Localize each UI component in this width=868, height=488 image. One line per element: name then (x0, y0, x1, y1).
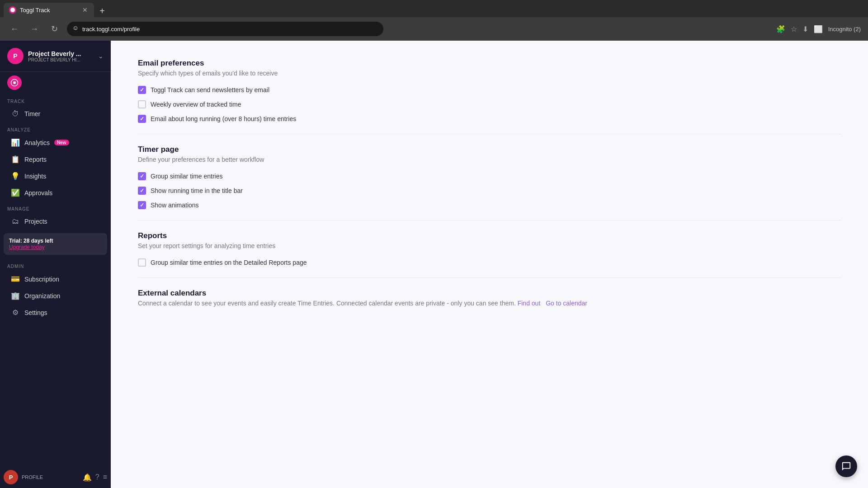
svg-point-0 (10, 8, 15, 12)
project-sub: PROJECT BEVERLY HI... (28, 57, 94, 62)
browser-toolbar-right: 🧩 ☆ ⬇ ⬜ Incognito (2) (776, 25, 861, 33)
extension-icon[interactable]: 🧩 (776, 25, 785, 33)
main-content: Email preferences Specify which types of… (111, 41, 868, 488)
app: P Project Beverly ... PROJECT BEVERLY HI… (0, 41, 868, 488)
reports-opt1-checkbox[interactable] (138, 258, 146, 267)
browser-tabs: Toggl Track ✕ + (0, 0, 868, 17)
subscription-icon: 💳 (11, 275, 20, 283)
help-icon[interactable]: ? (95, 473, 99, 482)
email-opt3-checkbox[interactable] (138, 115, 146, 123)
analytics-label: Analytics (24, 139, 50, 146)
sidebar-item-timer[interactable]: ⏱ Timer (4, 106, 107, 122)
tab-close-button[interactable]: ✕ (81, 6, 89, 14)
timer-page-title: Timer page (138, 145, 841, 154)
email-opt2-checkbox[interactable] (138, 100, 146, 108)
timer-page-section: Timer page Define your preferences for a… (138, 134, 841, 221)
sidebar-bottom-icons: 🔔 ? ≡ (83, 473, 107, 482)
timer-opt1-checkbox[interactable] (138, 172, 146, 180)
insights-icon: 💡 (11, 172, 20, 180)
chat-button[interactable] (835, 455, 857, 477)
sidebar-item-reports[interactable]: 📋 Reports (4, 151, 107, 167)
ext-calendars-subtitle: Connect a calendar to see your events an… (138, 300, 841, 307)
email-opt1-checkbox[interactable] (138, 86, 146, 94)
go-to-calendar-link[interactable]: Go to calendar (546, 300, 587, 307)
reports-label: Reports (24, 156, 47, 163)
reports-section: Reports Set your report settings for ana… (138, 221, 841, 278)
timer-opt2-checkbox[interactable] (138, 187, 146, 195)
find-out-link[interactable]: Find out (518, 300, 541, 307)
sidebar-item-projects[interactable]: 🗂 Projects (4, 214, 107, 229)
analyze-section-label: ANALYZE (0, 122, 111, 134)
reports-opt1-label: Group similar time entries on the Detail… (151, 259, 307, 266)
back-button[interactable]: ← (7, 22, 22, 36)
incognito-label: Incognito (2) (828, 26, 861, 33)
sidebar-bottom: P PROFILE 🔔 ? ≡ (0, 466, 111, 488)
analytics-icon: 📊 (11, 138, 20, 147)
projects-label: Projects (24, 218, 47, 225)
forward-button[interactable]: → (27, 22, 42, 36)
tab-favicon (9, 6, 16, 14)
sidebar-chevron-icon[interactable]: ⌄ (98, 52, 104, 60)
email-opt2-item: Weekly overview of tracked time (138, 100, 841, 108)
sidebar-project-info: Project Beverly ... PROJECT BEVERLY HI..… (28, 50, 94, 62)
collapse-icon[interactable]: ≡ (103, 473, 107, 482)
reload-button[interactable]: ↻ (47, 22, 61, 36)
projects-icon: 🗂 (11, 217, 20, 225)
sidebar-item-subscription[interactable]: 💳 Subscription (4, 271, 107, 287)
timer-icon: ⏱ (11, 110, 20, 118)
organization-icon: 🏢 (11, 291, 20, 300)
analytics-badge: New (54, 140, 69, 145)
browser-toolbar: ← → ↻ track.toggl.com/profile 🧩 ☆ ⬇ ⬜ In… (0, 17, 868, 41)
profile-label: PROFILE (22, 474, 43, 480)
timer-opt2-label: Show running time in the title bar (151, 187, 243, 194)
timer-opt3-label: Show animations (151, 202, 199, 209)
reports-subtitle: Set your report settings for analyzing t… (138, 242, 841, 249)
email-opt1-item: Toggl Track can send newsletters by emai… (138, 86, 841, 94)
notification-icon[interactable]: 🔔 (83, 473, 92, 482)
email-opt2-label: Weekly overview of tracked time (151, 101, 241, 108)
subscription-label: Subscription (24, 276, 59, 283)
reports-title: Reports (138, 231, 841, 240)
tab-title: Toggl Track (20, 7, 78, 14)
avatar[interactable]: P (4, 470, 18, 484)
new-tab-button[interactable]: + (96, 5, 108, 17)
email-prefs-title: Email preferences (138, 59, 841, 68)
approvals-icon: ✅ (11, 188, 20, 197)
trial-banner: Trial: 28 days left Upgrade today (4, 233, 107, 255)
address-bar[interactable]: track.toggl.com/profile (67, 22, 383, 36)
timer-opt3-item: Show animations (138, 201, 841, 209)
email-opt1-label: Toggl Track can send newsletters by emai… (151, 86, 269, 94)
sidebar-item-organization[interactable]: 🏢 Organization (4, 288, 107, 304)
reports-opt1-item: Group similar time entries on the Detail… (138, 258, 841, 267)
address-text: track.toggl.com/profile (82, 26, 140, 33)
sidebar-item-approvals[interactable]: ✅ Approvals (4, 185, 107, 201)
insights-label: Insights (24, 173, 46, 180)
sidebar-item-settings[interactable]: ⚙ Settings (4, 305, 107, 320)
upgrade-link[interactable]: Upgrade today (9, 244, 102, 250)
toggl-home-icon[interactable] (7, 75, 22, 90)
email-prefs-subtitle: Specify which types of emails you'd like… (138, 70, 841, 77)
timer-opt3-checkbox[interactable] (138, 201, 146, 209)
sidebar-header[interactable]: P Project Beverly ... PROJECT BEVERLY HI… (0, 41, 111, 72)
active-tab[interactable]: Toggl Track ✕ (4, 3, 94, 17)
email-preferences-section: Email preferences Specify which types of… (138, 59, 841, 134)
bookmark-icon[interactable]: ☆ (791, 25, 797, 33)
sidebar: P Project Beverly ... PROJECT BEVERLY HI… (0, 41, 111, 488)
admin-section-label: ADMIN (0, 258, 111, 271)
timer-opt2-item: Show running time in the title bar (138, 187, 841, 195)
manage-section-label: MANAGE (0, 201, 111, 213)
reports-icon: 📋 (11, 155, 20, 164)
sidebar-item-insights[interactable]: 💡 Insights (4, 168, 107, 184)
external-calendars-section: External calendars Connect a calendar to… (138, 278, 841, 318)
track-section-label: TRACK (0, 94, 111, 106)
settings-icon: ⚙ (11, 308, 20, 317)
sidebar-item-analytics[interactable]: 📊 Analytics New (4, 135, 107, 150)
email-opt3-label: Email about long running (over 8 hours) … (151, 115, 296, 122)
timer-opt1-item: Group similar time entries (138, 172, 841, 180)
display-icon[interactable]: ⬜ (814, 25, 823, 33)
approvals-label: Approvals (24, 189, 52, 197)
settings-label: Settings (24, 309, 47, 316)
organization-label: Organization (24, 292, 60, 300)
ext-calendars-title: External calendars (138, 289, 841, 298)
download-icon[interactable]: ⬇ (802, 25, 808, 33)
